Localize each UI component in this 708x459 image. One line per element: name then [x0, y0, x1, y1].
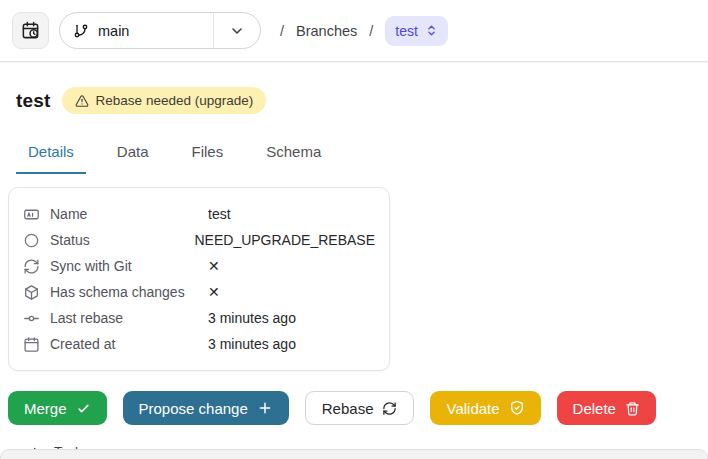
shield-check-icon: [509, 400, 525, 416]
breadcrumb-current-label: test: [395, 23, 418, 39]
name-badge-icon: [23, 206, 40, 223]
detail-row-status: Status NEED_UPGRADE_REBASE: [23, 227, 375, 253]
detail-value: NEED_UPGRADE_REBASE: [194, 232, 375, 248]
tab-schema[interactable]: Schema: [254, 137, 333, 174]
check-icon: [76, 401, 91, 416]
bottom-panel-edge: [0, 449, 708, 459]
page-header: test Rebase needed (upgrade): [16, 87, 700, 114]
propose-change-button-label: Propose change: [139, 400, 248, 417]
merge-button[interactable]: Merge: [8, 391, 107, 425]
breadcrumb-current-selector[interactable]: test: [385, 16, 448, 46]
breadcrumb-section: Branches: [296, 23, 357, 39]
sync-icon: [23, 258, 40, 275]
chevron-down-icon: [214, 13, 260, 48]
tab-details[interactable]: Details: [16, 137, 86, 174]
merge-button-label: Merge: [24, 400, 67, 417]
page-title: test: [16, 90, 51, 112]
refresh-icon: [382, 401, 397, 416]
validate-button-label: Validate: [446, 400, 499, 417]
delete-button-label: Delete: [573, 400, 616, 417]
calendar-clock-button[interactable]: [12, 12, 49, 49]
delete-button[interactable]: Delete: [557, 391, 656, 425]
branch-selector-value: main: [98, 23, 129, 39]
trash-icon: [625, 401, 640, 416]
detail-label: Has schema changes: [50, 284, 185, 300]
breadcrumb: / Branches / test: [280, 16, 448, 46]
detail-value-cross: ✕: [208, 284, 220, 300]
detail-row-has-schema-changes: Has schema changes ✕: [23, 279, 375, 305]
detail-row-last-rebase: Last rebase 3 minutes ago: [23, 305, 375, 331]
circle-icon: [23, 232, 40, 249]
chevrons-up-down-icon: [425, 24, 438, 37]
detail-label: Status: [50, 232, 90, 248]
details-card: Name test Status NEED_UPGRADE_REBASE: [8, 187, 390, 371]
detail-label: Last rebase: [50, 310, 123, 326]
plus-icon: [257, 400, 273, 416]
branch-selector[interactable]: main: [59, 12, 261, 49]
detail-row-created-at: Created at 3 minutes ago: [23, 331, 375, 357]
detail-label: Name: [50, 206, 87, 222]
breadcrumb-separator: /: [280, 23, 284, 39]
tab-files[interactable]: Files: [180, 137, 236, 174]
tab-data[interactable]: Data: [105, 137, 161, 174]
breadcrumb-separator: /: [369, 23, 373, 39]
validate-button[interactable]: Validate: [430, 391, 540, 425]
detail-label: Created at: [50, 336, 115, 352]
calendar-icon: [23, 336, 40, 353]
warning-triangle-icon: [75, 94, 89, 108]
main-content: test Rebase needed (upgrade) Details Dat…: [0, 87, 708, 459]
detail-value: 3 minutes ago: [208, 310, 296, 326]
cube-icon: [23, 284, 40, 301]
git-commit-icon: [23, 310, 40, 327]
detail-value: test: [208, 206, 231, 222]
detail-label: Sync with Git: [50, 258, 132, 274]
propose-change-button[interactable]: Propose change: [123, 391, 289, 425]
detail-value: 3 minutes ago: [208, 336, 296, 352]
rebase-button[interactable]: Rebase: [305, 391, 415, 425]
detail-value-cross: ✕: [208, 258, 220, 274]
git-branch-icon: [73, 23, 89, 39]
calendar-clock-icon: [21, 21, 40, 40]
warning-badge-label: Rebase needed (upgrade): [96, 93, 254, 108]
action-buttons: Merge Propose change Rebase: [8, 391, 700, 425]
detail-row-name: Name test: [23, 201, 375, 227]
detail-row-sync-with-git: Sync with Git ✕: [23, 253, 375, 279]
topbar: main / Branches / test: [0, 0, 708, 62]
tab-bar: Details Data Files Schema: [16, 137, 700, 174]
rebase-warning-badge: Rebase needed (upgrade): [62, 87, 267, 114]
rebase-button-label: Rebase: [322, 400, 374, 417]
